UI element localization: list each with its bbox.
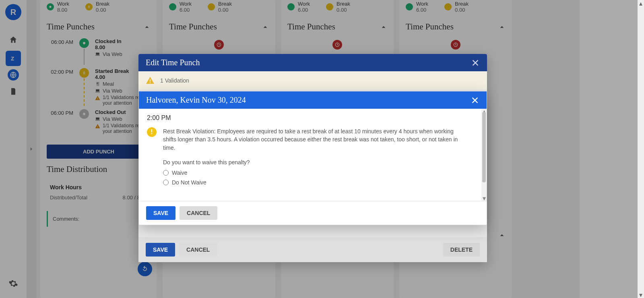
- inner-modal-body: 2:00 PM ! Rest Break Violation: Employee…: [139, 109, 487, 201]
- waive-option[interactable]: Waive: [163, 170, 479, 176]
- inner-modal-title: Halvoren, Kevin Nov 30, 2024: [146, 95, 246, 105]
- waive-question: Do you want to waive this penalty?: [163, 159, 479, 166]
- validation-text: 1 Validation: [160, 77, 189, 84]
- scroll-down-icon[interactable]: ▾: [481, 196, 487, 201]
- violation-text: Rest Break Violation: Employees are requ…: [163, 127, 461, 152]
- validation-banner[interactable]: 1 Validation: [138, 71, 487, 90]
- scroll-up-icon[interactable]: ▴: [638, 0, 644, 6]
- outer-cancel-button[interactable]: CANCEL: [179, 243, 217, 257]
- close-icon[interactable]: [471, 96, 479, 105]
- scroll-down-icon[interactable]: ▾: [638, 292, 644, 298]
- scroll-thumb[interactable]: [482, 112, 486, 182]
- waive-radio[interactable]: [163, 170, 169, 176]
- validation-modal: Halvoren, Kevin Nov 30, 2024 2:00 PM ! R…: [138, 91, 487, 225]
- do-not-waive-radio[interactable]: [163, 180, 169, 185]
- do-not-waive-option[interactable]: Do Not Waive: [163, 179, 479, 186]
- inner-scrollbar[interactable]: ▴ ▾: [481, 109, 487, 201]
- exclamation-icon: !: [147, 127, 157, 137]
- warning-icon: [146, 76, 155, 85]
- page-scrollbar[interactable]: ▴ ▾: [638, 0, 644, 298]
- save-button[interactable]: SAVE: [146, 206, 175, 220]
- cancel-button[interactable]: CANCEL: [180, 206, 217, 220]
- close-icon[interactable]: [471, 58, 480, 67]
- do-not-waive-label: Do Not Waive: [172, 179, 206, 186]
- delete-button[interactable]: DELETE: [443, 243, 480, 257]
- violation-time: 2:00 PM: [147, 114, 479, 122]
- outer-save-button[interactable]: SAVE: [146, 243, 175, 257]
- backdrop-right: [580, 0, 644, 298]
- waive-label: Waive: [172, 170, 187, 176]
- modal-title: Edit Time Punch: [146, 58, 200, 67]
